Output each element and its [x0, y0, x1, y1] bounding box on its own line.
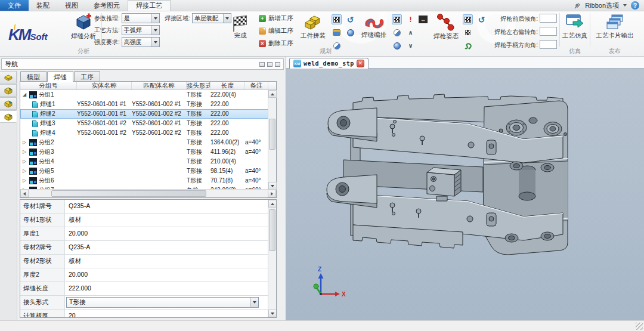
combo-dropdown-icon[interactable]: [250, 298, 258, 307]
property-row[interactable]: 母材1形状板材: [20, 214, 268, 227]
group-row[interactable]: ▷分组5T形接98.15(4)a=40°: [20, 166, 276, 176]
flag-toggle-button[interactable]: [332, 14, 342, 24]
expand-arrow-icon[interactable]: ▷: [21, 166, 27, 176]
tab-assembly[interactable]: 装配: [29, 0, 57, 11]
expand-arrow-icon[interactable]: ▷: [21, 138, 27, 147]
document-tab[interactable]: KM weld_demo_stp ✕: [289, 58, 369, 69]
group-row[interactable]: ▷分组3T形接411.96(2)a=40°: [20, 147, 276, 157]
seam-arrange-button[interactable]: 焊缝编排: [358, 17, 389, 39]
undo-button[interactable]: ↺: [345, 14, 355, 24]
strip-cube-button-3[interactable]: [0, 110, 17, 123]
pin-ribbon-icon[interactable]: [574, 2, 581, 9]
region-combo[interactable]: 单层装配: [192, 13, 231, 23]
measure-button[interactable]: ↔: [418, 14, 428, 24]
coordinate-triad: Z X: [314, 266, 346, 298]
column-header-4[interactable]: 长度: [210, 82, 245, 89]
tab-operations[interactable]: 工序: [74, 71, 100, 82]
tab-reference[interactable]: 参考图元: [86, 0, 128, 11]
group-row[interactable]: ▷分组6T形接70.71(8)a=40°: [20, 176, 276, 185]
column-header-0[interactable]: 分组号: [20, 82, 77, 89]
add-process-button[interactable]: + 新增工序: [259, 14, 293, 23]
length: 222.00: [210, 119, 245, 128]
add-process-icon: +: [259, 15, 266, 22]
flag-toggle-button-2[interactable]: [392, 14, 402, 24]
expand-arrow-icon[interactable]: ▷: [21, 176, 27, 185]
triad-x-label: X: [342, 291, 346, 298]
tab-weld-process[interactable]: 焊接工艺: [128, 0, 171, 11]
group-separator: [559, 13, 560, 47]
close-document-icon[interactable]: ✕: [357, 60, 364, 67]
expand-arrow-icon[interactable]: ▷: [21, 147, 27, 157]
column-header-1[interactable]: 实体名称: [77, 82, 132, 89]
property-row[interactable]: 厚度220.000: [20, 268, 268, 282]
property-row[interactable]: 焊缝长度222.000: [20, 282, 268, 296]
panel-dock-icon[interactable]: [259, 62, 265, 67]
seam-row[interactable]: 焊缝2Y552-0601-001 #1Y552-0601-002 #2T形接22…: [20, 109, 276, 119]
property-row[interactable]: 接头形式T形接: [20, 296, 268, 310]
seam-row[interactable]: 焊缝4Y552-0601-001 #2Y552-0601-002 #2T形接22…: [20, 128, 276, 138]
weld-analysis-button[interactable]: 焊缝分析: [67, 13, 100, 41]
viewport-canvas[interactable]: Z X: [286, 69, 644, 320]
sphere-button-2[interactable]: [392, 41, 402, 51]
length: 222.00: [210, 128, 245, 138]
help-icon[interactable]: ?: [631, 1, 639, 10]
undo-button-2[interactable]: ↺: [476, 14, 487, 24]
add-process-label: 新增工序: [268, 14, 293, 23]
group-row[interactable]: ◢分组1T形接222.00(4): [20, 90, 276, 100]
tab-file[interactable]: 文件: [0, 0, 29, 11]
yellow-slab-icon: [4, 73, 13, 82]
strip-cube-button-1[interactable]: [0, 84, 17, 97]
finish-button[interactable]: 完成: [230, 16, 250, 40]
expand-arrow-icon[interactable]: ▷: [21, 157, 27, 166]
property-value[interactable]: T形接: [65, 296, 268, 309]
fill-button[interactable]: [332, 27, 342, 38]
snake-path-button[interactable]: [463, 41, 473, 51]
ribbon-options[interactable]: Ribbon选项: [585, 1, 619, 10]
resize-grip[interactable]: [636, 323, 643, 330]
panel-pin-icon[interactable]: [267, 62, 273, 67]
move-down-button[interactable]: ∨: [405, 41, 416, 51]
part-assembly-button[interactable]: 工件拼装: [298, 14, 328, 40]
flag-button-small[interactable]: [463, 27, 473, 38]
torch-pitch-input[interactable]: [540, 14, 557, 23]
sphere-button[interactable]: [345, 27, 355, 38]
seam-table-hscrollbar[interactable]: [20, 189, 276, 197]
group-row[interactable]: ▷分组2T形接1364.00(2)a=40°: [20, 138, 276, 147]
region-dropdown-icon[interactable]: [223, 14, 231, 23]
torch-pose-button[interactable]: 焊枪姿态: [431, 13, 462, 41]
tab-view[interactable]: 视图: [57, 0, 86, 11]
panel-close-icon[interactable]: [275, 62, 280, 67]
property-value: Q235-A: [65, 241, 268, 254]
property-row[interactable]: 母材1牌号Q235-A: [20, 200, 268, 214]
warning-button[interactable]: !: [405, 14, 416, 24]
flag-toggle-button-3[interactable]: [463, 14, 473, 24]
process-simulation-button[interactable]: 工艺仿真: [561, 14, 589, 40]
property-row[interactable]: 母材2牌号Q235-A: [20, 241, 268, 255]
region-field: 焊接区域: 单层装配: [165, 13, 231, 23]
joint-type-combo[interactable]: T形接: [66, 297, 259, 308]
property-grid-vscrollbar[interactable]: [268, 200, 276, 317]
column-header-2[interactable]: 匹配体名称: [132, 82, 187, 89]
param-infer-dropdown-icon[interactable]: [151, 14, 159, 23]
half-sphere-button-2[interactable]: [392, 27, 402, 38]
property-row[interactable]: 母材2形状板材: [20, 255, 268, 268]
property-row[interactable]: 计算板厚20: [20, 310, 268, 318]
seam-row[interactable]: 焊缝1Y552-0601-001 #1Y552-0601-002 #1T形接22…: [20, 100, 276, 109]
strip-cube-button-2[interactable]: [0, 97, 17, 110]
card-output-icon: [606, 14, 624, 30]
strip-model-button[interactable]: [0, 71, 17, 83]
param-infer-combo[interactable]: 是: [122, 13, 160, 23]
column-header-5[interactable]: 备注: [245, 82, 268, 89]
ribbon-options-caret-icon[interactable]: [623, 4, 627, 7]
tab-model[interactable]: 模型: [20, 71, 47, 82]
seam-row[interactable]: 焊缝3Y552-0601-001 #2Y552-0601-002 #1T形接22…: [20, 119, 276, 128]
property-row[interactable]: 厚度120.000: [20, 227, 268, 241]
move-up-button[interactable]: ∧: [405, 27, 416, 38]
card-output-button[interactable]: 工艺卡片输出: [592, 14, 637, 40]
column-header-3[interactable]: 接头形式: [187, 82, 210, 89]
logo-km: KM: [8, 26, 30, 44]
collapse-arrow-icon[interactable]: ◢: [21, 90, 27, 100]
seam-table-vscrollbar[interactable]: [268, 90, 276, 190]
tab-seams[interactable]: 焊缝: [47, 71, 73, 82]
group-row[interactable]: ▷分组4T形接210.00(4): [20, 157, 276, 166]
